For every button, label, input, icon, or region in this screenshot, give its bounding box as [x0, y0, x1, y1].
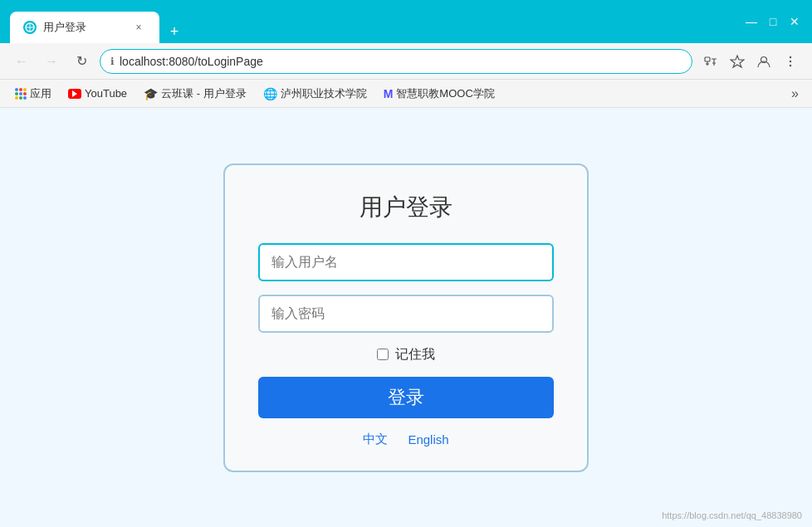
svg-point-8	[790, 56, 791, 57]
remember-row: 记住我	[377, 346, 435, 364]
bookmark-mooc[interactable]: M 智慧职教MOOC学院	[377, 83, 501, 105]
browser-window: 用户登录 × + — □ ✕ ← → ↻ ℹ localhost:8080/to…	[0, 0, 812, 527]
apps-icon	[15, 88, 27, 100]
bookmark-mooc-label: 智慧职教MOOC学院	[396, 86, 494, 101]
youtube-icon	[68, 89, 81, 99]
tab-favicon	[23, 21, 37, 34]
minimize-button[interactable]: —	[744, 14, 759, 29]
window-controls: — □ ✕	[744, 14, 802, 29]
page-content: 用户登录 记住我 登录 中文 English https://blog.csdn…	[0, 108, 812, 527]
yunban-icon: 🎓	[144, 87, 158, 100]
address-info-icon: ℹ	[110, 56, 115, 67]
svg-rect-3	[705, 57, 710, 61]
tab-title: 用户登录	[43, 20, 125, 35]
active-tab[interactable]: 用户登录 ×	[10, 12, 159, 43]
more-bookmarks-button[interactable]: »	[786, 83, 804, 105]
bookmarks-bar: 应用 YouTube 🎓 云班课 - 用户登录 🌐 泸州职业技术学院 M 智慧职…	[0, 80, 812, 108]
lang-chinese-link[interactable]: 中文	[363, 432, 388, 447]
maximize-button[interactable]: □	[766, 14, 780, 29]
remember-checkbox[interactable]	[377, 349, 389, 360]
account-button[interactable]	[752, 50, 775, 73]
nav-actions	[699, 50, 802, 73]
password-input[interactable]	[258, 295, 554, 333]
back-button[interactable]: ←	[10, 50, 33, 73]
login-button[interactable]: 登录	[258, 377, 554, 418]
tab-close-button[interactable]: ×	[131, 20, 146, 35]
remember-label: 记住我	[395, 346, 435, 364]
watermark: https://blog.csdn.net/qq_48838980	[662, 510, 802, 520]
bookmark-yunban-label: 云班课 - 用户登录	[161, 86, 247, 101]
svg-marker-6	[731, 56, 744, 67]
mooc-icon: M	[384, 87, 394, 100]
svg-point-9	[790, 60, 791, 61]
tab-area: 用户登录 × +	[10, 0, 737, 43]
luzhou-icon: 🌐	[263, 87, 277, 100]
bookmark-button[interactable]	[726, 50, 749, 73]
menu-button[interactable]	[779, 50, 802, 73]
close-button[interactable]: ✕	[787, 14, 802, 29]
bookmark-youtube[interactable]: YouTube	[61, 84, 134, 103]
address-bar[interactable]: ℹ localhost:8080/toLoginPage	[100, 49, 692, 74]
translate-button[interactable]	[699, 50, 722, 73]
refresh-button[interactable]: ↻	[70, 50, 93, 73]
new-tab-button[interactable]: +	[163, 20, 186, 43]
lang-english-link[interactable]: English	[408, 432, 448, 446]
language-selector: 中文 English	[363, 432, 448, 447]
navigation-bar: ← → ↻ ℹ localhost:8080/toLoginPage	[0, 43, 812, 80]
bookmark-apps[interactable]: 应用	[8, 83, 58, 105]
svg-point-10	[790, 64, 791, 66]
bookmark-yunban[interactable]: 🎓 云班课 - 用户登录	[137, 83, 253, 105]
bookmark-luzhou-label: 泸州职业技术学院	[281, 86, 367, 101]
login-title: 用户登录	[360, 192, 452, 223]
username-input[interactable]	[258, 243, 554, 281]
login-card: 用户登录 记住我 登录 中文 English	[223, 163, 589, 472]
forward-button[interactable]: →	[40, 50, 63, 73]
bookmark-youtube-label: YouTube	[85, 87, 127, 100]
title-bar: 用户登录 × + — □ ✕	[0, 0, 812, 43]
address-text: localhost:8080/toLoginPage	[120, 55, 682, 68]
bookmark-apps-label: 应用	[30, 86, 51, 101]
bookmark-luzhou[interactable]: 🌐 泸州职业技术学院	[257, 83, 374, 105]
